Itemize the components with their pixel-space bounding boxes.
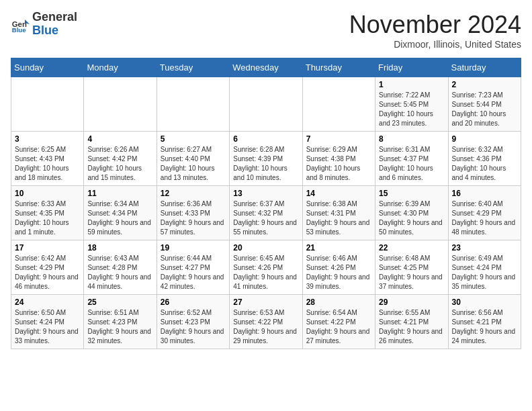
day-info: Sunrise: 6:38 AM Sunset: 4:31 PM Dayligh… (306, 199, 371, 237)
day-info: Sunrise: 6:32 AM Sunset: 4:36 PM Dayligh… (452, 145, 517, 183)
calendar-cell: 29Sunrise: 6:55 AM Sunset: 4:21 PM Dayli… (375, 295, 448, 349)
day-number: 2 (452, 80, 517, 89)
day-info: Sunrise: 6:46 AM Sunset: 4:26 PM Dayligh… (306, 254, 371, 291)
calendar-cell: 1Sunrise: 7:22 AM Sunset: 5:45 PM Daylig… (375, 77, 448, 132)
day-info: Sunrise: 6:50 AM Sunset: 4:24 PM Dayligh… (15, 308, 80, 346)
day-number: 4 (87, 134, 152, 144)
calendar-cell: 22Sunrise: 6:48 AM Sunset: 4:25 PM Dayli… (375, 240, 448, 295)
calendar-cell: 23Sunrise: 6:49 AM Sunset: 4:24 PM Dayli… (448, 240, 521, 295)
day-number: 7 (306, 134, 371, 144)
day-number: 3 (15, 134, 80, 144)
day-info: Sunrise: 6:29 AM Sunset: 4:38 PM Dayligh… (306, 145, 371, 183)
title-area: November 2024 Dixmoor, Illinois, United … (349, 11, 521, 50)
day-number: 27 (233, 298, 298, 307)
day-number: 22 (379, 243, 444, 253)
day-info: Sunrise: 6:49 AM Sunset: 4:24 PM Dayligh… (452, 254, 517, 291)
weekday-header: Thursday (302, 58, 375, 77)
day-number: 8 (379, 134, 444, 144)
weekday-header: Tuesday (157, 58, 229, 77)
calendar-cell: 28Sunrise: 6:54 AM Sunset: 4:22 PM Dayli… (302, 295, 375, 349)
day-info: Sunrise: 6:36 AM Sunset: 4:33 PM Dayligh… (161, 199, 226, 237)
calendar-cell: 7Sunrise: 6:29 AM Sunset: 4:38 PM Daylig… (302, 132, 375, 186)
day-info: Sunrise: 6:43 AM Sunset: 4:28 PM Dayligh… (87, 254, 152, 291)
day-number: 28 (306, 298, 371, 307)
day-info: Sunrise: 6:44 AM Sunset: 4:27 PM Dayligh… (161, 254, 226, 291)
day-number: 1 (379, 80, 444, 89)
logo-icon: Gen Blue (11, 15, 30, 34)
day-info: Sunrise: 6:25 AM Sunset: 4:43 PM Dayligh… (15, 145, 80, 183)
calendar-cell: 13Sunrise: 6:37 AM Sunset: 4:32 PM Dayli… (230, 186, 302, 240)
weekday-header: Sunday (11, 58, 84, 77)
weekday-header: Saturday (448, 58, 521, 77)
calendar-cell: 21Sunrise: 6:46 AM Sunset: 4:26 PM Dayli… (302, 240, 375, 295)
day-info: Sunrise: 6:56 AM Sunset: 4:21 PM Dayligh… (452, 308, 517, 346)
calendar-cell: 24Sunrise: 6:50 AM Sunset: 4:24 PM Dayli… (11, 295, 84, 349)
calendar-cell (157, 77, 229, 132)
day-info: Sunrise: 6:34 AM Sunset: 4:34 PM Dayligh… (87, 199, 152, 237)
day-number: 23 (452, 243, 517, 253)
day-number: 26 (161, 298, 226, 307)
month-title: November 2024 (349, 11, 521, 39)
day-number: 15 (379, 189, 444, 198)
day-number: 25 (87, 298, 152, 307)
weekday-header: Friday (375, 58, 448, 77)
calendar-cell: 10Sunrise: 6:33 AM Sunset: 4:35 PM Dayli… (11, 186, 84, 240)
day-number: 14 (306, 189, 371, 198)
day-number: 12 (161, 189, 226, 198)
day-info: Sunrise: 6:48 AM Sunset: 4:25 PM Dayligh… (379, 254, 444, 291)
day-info: Sunrise: 6:26 AM Sunset: 4:42 PM Dayligh… (87, 145, 152, 183)
day-number: 29 (379, 298, 444, 307)
day-info: Sunrise: 6:39 AM Sunset: 4:30 PM Dayligh… (379, 199, 444, 237)
svg-text:Blue: Blue (12, 26, 26, 34)
calendar-cell (302, 77, 375, 132)
day-info: Sunrise: 6:37 AM Sunset: 4:32 PM Dayligh… (233, 199, 298, 237)
day-info: Sunrise: 6:31 AM Sunset: 4:37 PM Dayligh… (379, 145, 444, 183)
day-info: Sunrise: 6:33 AM Sunset: 4:35 PM Dayligh… (15, 199, 80, 237)
calendar-cell: 19Sunrise: 6:44 AM Sunset: 4:27 PM Dayli… (157, 240, 229, 295)
calendar-cell: 15Sunrise: 6:39 AM Sunset: 4:30 PM Dayli… (375, 186, 448, 240)
day-info: Sunrise: 6:53 AM Sunset: 4:22 PM Dayligh… (233, 308, 298, 346)
location: Dixmoor, Illinois, United States (349, 39, 521, 50)
day-number: 19 (161, 243, 226, 253)
day-number: 16 (452, 189, 517, 198)
day-number: 6 (233, 134, 298, 144)
day-number: 9 (452, 134, 517, 144)
calendar-cell: 4Sunrise: 6:26 AM Sunset: 4:42 PM Daylig… (84, 132, 157, 186)
calendar-cell: 6Sunrise: 6:28 AM Sunset: 4:39 PM Daylig… (230, 132, 302, 186)
calendar-cell (11, 77, 84, 132)
calendar-cell: 17Sunrise: 6:42 AM Sunset: 4:29 PM Dayli… (11, 240, 84, 295)
calendar-cell: 20Sunrise: 6:45 AM Sunset: 4:26 PM Dayli… (230, 240, 302, 295)
calendar-cell: 11Sunrise: 6:34 AM Sunset: 4:34 PM Dayli… (84, 186, 157, 240)
day-info: Sunrise: 6:42 AM Sunset: 4:29 PM Dayligh… (15, 254, 80, 291)
day-number: 30 (452, 298, 517, 307)
calendar-cell: 26Sunrise: 6:52 AM Sunset: 4:23 PM Dayli… (157, 295, 229, 349)
calendar-table: SundayMondayTuesdayWednesdayThursdayFrid… (11, 58, 521, 349)
calendar-cell: 18Sunrise: 6:43 AM Sunset: 4:28 PM Dayli… (84, 240, 157, 295)
header: Gen Blue General Blue November 2024 Dixm… (11, 11, 521, 50)
calendar-cell: 16Sunrise: 6:40 AM Sunset: 4:29 PM Dayli… (448, 186, 521, 240)
day-number: 13 (233, 189, 298, 198)
weekday-header: Wednesday (230, 58, 302, 77)
day-number: 10 (15, 189, 80, 198)
calendar-cell: 2Sunrise: 7:23 AM Sunset: 5:44 PM Daylig… (448, 77, 521, 132)
day-number: 17 (15, 243, 80, 253)
day-number: 24 (15, 298, 80, 307)
logo-general: General (32, 10, 77, 24)
calendar-cell: 9Sunrise: 6:32 AM Sunset: 4:36 PM Daylig… (448, 132, 521, 186)
day-number: 20 (233, 243, 298, 253)
day-info: Sunrise: 7:23 AM Sunset: 5:44 PM Dayligh… (452, 91, 517, 128)
day-info: Sunrise: 6:27 AM Sunset: 4:40 PM Dayligh… (161, 145, 226, 183)
calendar-cell: 3Sunrise: 6:25 AM Sunset: 4:43 PM Daylig… (11, 132, 84, 186)
day-info: Sunrise: 7:22 AM Sunset: 5:45 PM Dayligh… (379, 91, 444, 128)
day-info: Sunrise: 6:28 AM Sunset: 4:39 PM Dayligh… (233, 145, 298, 183)
weekday-header: Monday (84, 58, 157, 77)
day-number: 11 (87, 189, 152, 198)
day-info: Sunrise: 6:52 AM Sunset: 4:23 PM Dayligh… (161, 308, 226, 346)
calendar-cell: 25Sunrise: 6:51 AM Sunset: 4:23 PM Dayli… (84, 295, 157, 349)
calendar-cell: 30Sunrise: 6:56 AM Sunset: 4:21 PM Dayli… (448, 295, 521, 349)
logo-blue: Blue (32, 24, 58, 37)
day-info: Sunrise: 6:40 AM Sunset: 4:29 PM Dayligh… (452, 199, 517, 237)
day-info: Sunrise: 6:51 AM Sunset: 4:23 PM Dayligh… (87, 308, 152, 346)
calendar-cell: 14Sunrise: 6:38 AM Sunset: 4:31 PM Dayli… (302, 186, 375, 240)
day-number: 18 (87, 243, 152, 253)
